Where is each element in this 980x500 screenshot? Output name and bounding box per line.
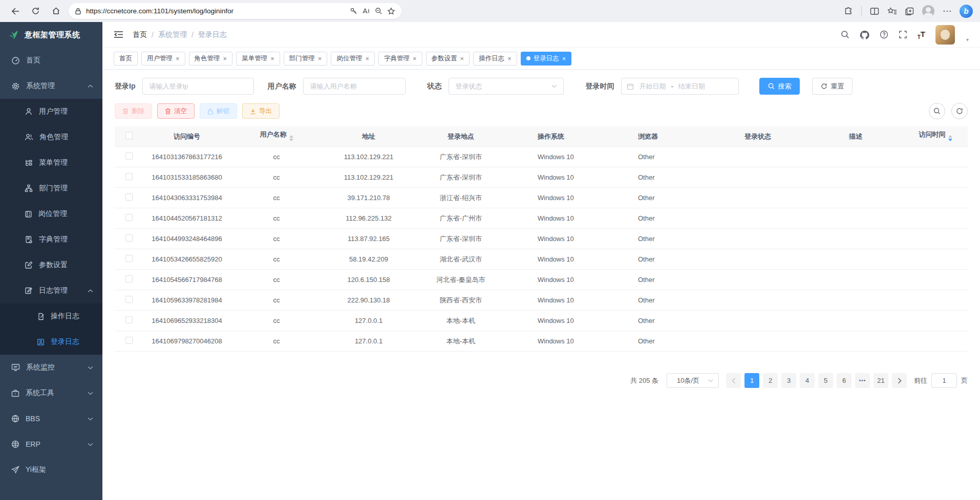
sidebar-item-dictionary[interactable]: 字典管理 bbox=[0, 227, 102, 252]
row-checkbox[interactable] bbox=[125, 275, 133, 282]
tab-close-icon[interactable]: × bbox=[562, 55, 566, 62]
header-search-icon[interactable] bbox=[841, 30, 849, 39]
favorite-add-icon[interactable] bbox=[387, 7, 395, 15]
tab-dictionary[interactable]: 字典管理× bbox=[378, 52, 422, 66]
sidebar-item-posts[interactable]: 岗位管理 bbox=[0, 201, 102, 227]
sidebar-item-users[interactable]: 用户管理 bbox=[0, 99, 102, 124]
tab-close-icon[interactable]: × bbox=[365, 55, 369, 62]
tab-departments[interactable]: 部门管理× bbox=[284, 52, 328, 66]
tab-users[interactable]: 用户管理× bbox=[141, 52, 185, 66]
read-aloud-icon[interactable] bbox=[362, 7, 370, 15]
password-key-icon[interactable] bbox=[350, 7, 357, 15]
row-checkbox[interactable] bbox=[125, 173, 133, 180]
tab-posts[interactable]: 岗位管理× bbox=[331, 52, 375, 66]
goto-input[interactable] bbox=[931, 373, 957, 388]
tab-close-icon[interactable]: × bbox=[176, 55, 180, 62]
tab-operation-log[interactable]: 操作日志× bbox=[473, 52, 517, 66]
settings-more-icon[interactable]: ⋯ bbox=[943, 6, 951, 16]
page-button-4[interactable]: 4 bbox=[800, 373, 815, 388]
font-size-icon[interactable]: TT bbox=[918, 30, 925, 40]
page-button-6[interactable]: 6 bbox=[837, 373, 851, 388]
tab-close-icon[interactable]: × bbox=[270, 55, 274, 62]
sidebar-item-yi[interactable]: Yi框架 bbox=[0, 457, 102, 483]
sidebar-item-erp[interactable]: ERP bbox=[0, 431, 102, 457]
more-pages-button[interactable]: ••• bbox=[855, 373, 870, 388]
col-user[interactable]: 用户名称 bbox=[230, 130, 323, 143]
page-button-5[interactable]: 5 bbox=[818, 373, 833, 388]
select-all-checkbox[interactable] bbox=[125, 132, 133, 139]
sort-icon[interactable] bbox=[289, 133, 293, 143]
tab-close-icon[interactable]: × bbox=[413, 55, 417, 62]
avatar-caret-icon[interactable]: ▾ bbox=[966, 37, 969, 45]
fullscreen-icon[interactable] bbox=[899, 30, 907, 39]
row-checkbox[interactable] bbox=[125, 296, 133, 303]
sidebar-item-tools[interactable]: 系统工具 bbox=[0, 380, 102, 406]
next-page-button[interactable] bbox=[892, 373, 907, 388]
row-checkbox[interactable] bbox=[125, 153, 133, 160]
row-checkbox[interactable] bbox=[125, 234, 133, 242]
tab-close-icon[interactable]: × bbox=[460, 55, 464, 62]
page-button-3[interactable]: 3 bbox=[781, 373, 796, 388]
browser-refresh-icon[interactable] bbox=[28, 4, 43, 19]
username-input[interactable] bbox=[303, 78, 406, 95]
page-button-2[interactable]: 2 bbox=[763, 373, 778, 388]
page-size-select[interactable]: 10条/页 bbox=[667, 373, 719, 388]
col-time[interactable]: 访问时间 bbox=[903, 130, 968, 143]
tab-parameters[interactable]: 参数设置× bbox=[426, 52, 470, 66]
sidebar-item-login-log[interactable]: 登录日志 bbox=[0, 329, 102, 355]
extensions-icon[interactable] bbox=[844, 7, 853, 16]
sidebar-item-bbs[interactable]: BBS bbox=[0, 406, 102, 431]
search-button[interactable]: 搜索 bbox=[759, 78, 800, 95]
export-button[interactable]: 导出 bbox=[242, 103, 280, 119]
sidebar-item-log-group[interactable]: 日志管理 bbox=[0, 278, 102, 303]
sidebar-collapse-icon[interactable] bbox=[114, 31, 123, 38]
split-screen-icon[interactable] bbox=[870, 7, 879, 15]
status-select[interactable]: 登录状态 bbox=[449, 78, 564, 95]
copilot-icon[interactable]: b bbox=[960, 5, 973, 18]
browser-back-icon[interactable] bbox=[7, 4, 23, 19]
row-checkbox[interactable] bbox=[125, 214, 133, 221]
breadcrumb-system[interactable]: 系统管理 bbox=[158, 30, 187, 39]
ip-input[interactable] bbox=[142, 78, 254, 95]
sidebar-item-home[interactable]: 首页 bbox=[0, 48, 102, 73]
tab-menus[interactable]: 菜单管理× bbox=[236, 52, 280, 66]
sidebar-item-departments[interactable]: 部门管理 bbox=[0, 176, 102, 201]
user-avatar[interactable] bbox=[935, 25, 955, 45]
toggle-search-button[interactable] bbox=[929, 103, 945, 119]
refresh-table-button[interactable] bbox=[951, 103, 968, 119]
sidebar-item-system[interactable]: 系统管理 bbox=[0, 73, 102, 99]
row-checkbox[interactable] bbox=[125, 255, 133, 262]
url-text[interactable]: https://ccnetcore.com:1101/system/log/lo… bbox=[86, 7, 345, 15]
page-button-1[interactable]: 1 bbox=[744, 373, 759, 388]
delete-button[interactable]: 删除 bbox=[115, 103, 152, 119]
page-button-21[interactable]: 21 bbox=[874, 373, 888, 388]
prev-page-button[interactable] bbox=[726, 373, 741, 388]
breadcrumb-home[interactable]: 首页 bbox=[133, 30, 147, 39]
tab-roles[interactable]: 角色管理× bbox=[189, 52, 233, 66]
zoom-out-icon[interactable] bbox=[375, 7, 382, 15]
sidebar-item-operation-log[interactable]: 操作日志 bbox=[0, 303, 102, 329]
clear-button[interactable]: 清空 bbox=[157, 103, 195, 119]
reset-button[interactable]: 重置 bbox=[812, 78, 853, 95]
sidebar-item-monitor[interactable]: 系统监控 bbox=[0, 355, 102, 380]
browser-profile-avatar[interactable] bbox=[922, 5, 934, 17]
sidebar-item-parameters[interactable]: 参数设置 bbox=[0, 252, 102, 278]
tab-close-icon[interactable]: × bbox=[507, 55, 512, 62]
browser-home-icon[interactable] bbox=[48, 4, 63, 19]
date-range-picker[interactable]: 开始日期 - 结束日期 bbox=[621, 78, 739, 95]
row-checkbox[interactable] bbox=[125, 193, 133, 201]
tab-login-log[interactable]: 登录日志× bbox=[521, 52, 572, 66]
row-checkbox[interactable] bbox=[125, 337, 133, 344]
tab-home[interactable]: 首页 bbox=[114, 52, 138, 66]
tab-close-icon[interactable]: × bbox=[318, 55, 322, 62]
favorites-bar-icon[interactable] bbox=[887, 7, 897, 15]
sort-icon[interactable] bbox=[948, 133, 952, 143]
address-bar[interactable]: https://ccnetcore.com:1101/system/log/lo… bbox=[69, 3, 401, 19]
help-icon[interactable] bbox=[880, 30, 888, 39]
sidebar-item-roles[interactable]: 角色管理 bbox=[0, 124, 102, 150]
row-checkbox[interactable] bbox=[125, 316, 133, 323]
tab-close-icon[interactable]: × bbox=[223, 55, 227, 62]
sidebar-item-menus[interactable]: 菜单管理 bbox=[0, 150, 102, 176]
collections-icon[interactable] bbox=[905, 7, 914, 15]
github-icon[interactable] bbox=[860, 30, 869, 39]
